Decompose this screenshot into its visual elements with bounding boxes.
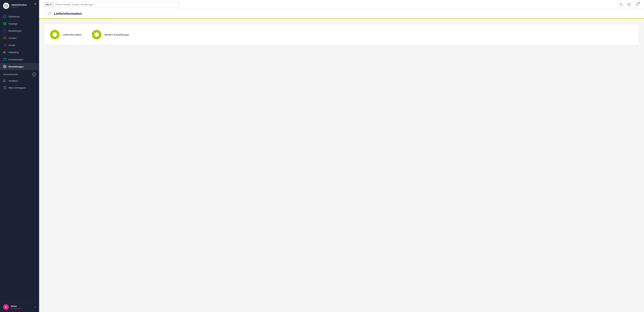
card-item-label-lieferinformation: Lieferinformation <box>62 33 82 36</box>
search-input[interactable] <box>54 2 179 7</box>
notification-bell-button[interactable] <box>634 2 640 7</box>
sidebar-item-label-dashboard: Dashboard <box>8 15 20 18</box>
sidebar-item-einstellungen[interactable]: Einstellungen <box>0 63 39 70</box>
svg-rect-3 <box>5 23 6 24</box>
sidebar-item-bestellungen[interactable]: Bestellungen <box>0 27 39 34</box>
page-title: Lieferinformation <box>54 12 82 16</box>
dashboard-icon <box>3 15 6 18</box>
sidebar-item-label-bestellungen: Bestellungen <box>8 30 22 32</box>
collapse-icon <box>3 86 6 89</box>
section-label: Verkaufskanäle <box>3 73 18 76</box>
einstellungen-icon <box>3 65 6 68</box>
main-content: Alle ▾ <box>39 0 644 312</box>
sidebar-item-headless[interactable]: Headless <box>0 77 39 84</box>
collapse-label: Menü einklappen <box>8 87 26 89</box>
app-logo <box>3 3 9 9</box>
lieferinformation-icon-circle <box>50 30 60 39</box>
sidebar-item-label-erweiterungen: Erweiterungen <box>8 58 23 61</box>
svg-point-7 <box>4 37 5 38</box>
back-button[interactable]: ‹ <box>44 12 46 15</box>
search-filter-dropdown[interactable]: Alle ▾ <box>44 2 54 7</box>
sidebar-item-kunden[interactable]: Kunden <box>0 34 39 42</box>
page-header: ‹ Lieferinformation <box>39 9 644 19</box>
history-button[interactable] <box>48 12 51 16</box>
app-version: 6.4.17.2 <box>11 6 27 8</box>
user-info: demo Administrator <box>11 305 32 309</box>
sidebar-item-erweiterungen[interactable]: Erweiterungen <box>0 56 39 63</box>
app-name: Administration <box>11 4 27 6</box>
svg-point-17 <box>4 80 5 81</box>
user-section[interactable]: D demo Administrator ∧ <box>0 302 39 312</box>
svg-marker-14 <box>4 51 5 53</box>
kunden-icon <box>3 36 6 40</box>
app-title-block: Administration 6.4.17.2 <box>11 4 27 8</box>
sidebar-item-kataloge[interactable]: Kataloge <box>0 20 39 27</box>
user-role: Administrator <box>11 307 32 309</box>
marketing-icon <box>3 51 6 54</box>
svg-rect-18 <box>4 81 4 82</box>
card-item-label-weitere-einstellungen: Weitere Einstellungen <box>104 33 129 36</box>
sidebar-item-label-inhalte: Inhalte <box>8 44 16 47</box>
topbar: Alle ▾ <box>39 0 644 9</box>
search-filter-label: Alle <box>46 3 49 6</box>
bestellungen-icon <box>3 29 6 33</box>
sidebar-item-label-kunden: Kunden <box>8 37 16 39</box>
sidebar-channel-label-headless: Headless <box>8 80 18 82</box>
add-channel-button[interactable]: + <box>32 73 36 76</box>
help-button[interactable] <box>626 2 632 7</box>
user-chevron-icon: ∧ <box>34 306 36 308</box>
page-content: ‹ Lieferinformation Lieferinformation <box>39 9 644 312</box>
svg-rect-5 <box>5 24 6 25</box>
sidebar-header: Administration 6.4.17.2 <box>0 0 39 12</box>
svg-rect-4 <box>4 24 4 25</box>
lieferinformation-card: Lieferinformation Weitere Einstellungen <box>44 24 638 45</box>
collapse-menu-item[interactable]: Menü einklappen <box>0 84 39 91</box>
card-item-lieferinformation[interactable]: Lieferinformation <box>50 30 82 39</box>
sidebar-item-label-einstellungen: Einstellungen <box>8 65 24 68</box>
weitere-einstellungen-icon-circle <box>92 30 102 39</box>
topbar-actions <box>618 2 640 7</box>
sidebar-item-dashboard[interactable]: Dashboard <box>0 13 39 20</box>
svg-point-20 <box>620 4 622 5</box>
svg-point-16 <box>4 66 5 67</box>
sidebar-item-label-kataloge: Kataloge <box>8 23 18 25</box>
card-item-weitere-einstellungen[interactable]: Weitere Einstellungen <box>92 30 129 39</box>
search-bar: Alle ▾ <box>43 2 179 7</box>
svg-rect-15 <box>4 59 6 61</box>
sidebar-nav: Dashboard Kataloge Bestellungen <box>0 12 39 302</box>
search-filter-chevron-icon: ▾ <box>50 3 51 6</box>
sidebar-item-marketing[interactable]: Marketing <box>0 49 39 56</box>
svg-line-21 <box>622 5 622 6</box>
page-body: Lieferinformation Weitere Einstellungen <box>39 19 644 50</box>
user-avatar: D <box>3 304 9 310</box>
user-name: demo <box>11 305 32 307</box>
svg-rect-2 <box>4 23 4 24</box>
sidebar-item-label-marketing: Marketing <box>8 51 18 54</box>
notification-dot <box>34 3 36 5</box>
headless-icon <box>3 79 6 82</box>
erweiterungen-icon <box>3 58 6 61</box>
verkaufskanaele-section: Verkaufskanäle + <box>0 70 39 77</box>
sidebar-item-inhalte[interactable]: Inhalte <box>0 42 39 49</box>
kataloge-icon <box>3 22 6 25</box>
inhalte-icon <box>3 43 6 47</box>
search-button[interactable] <box>618 2 624 7</box>
sidebar: Administration 6.4.17.2 Dashboard Katalo… <box>0 0 39 312</box>
